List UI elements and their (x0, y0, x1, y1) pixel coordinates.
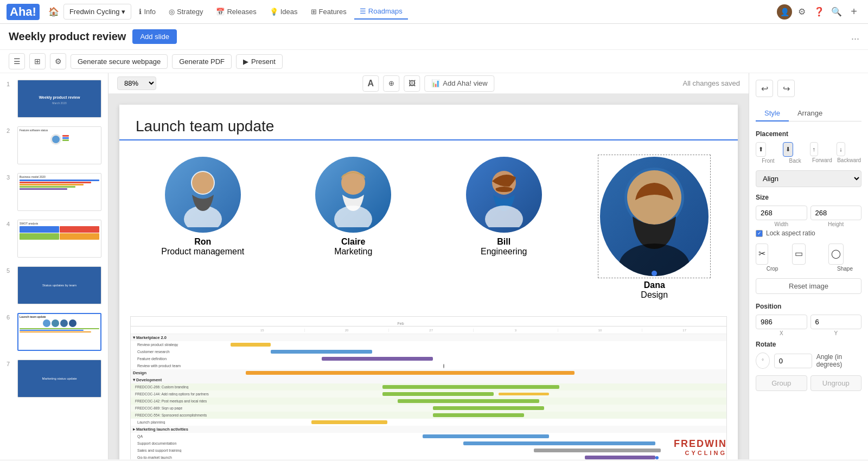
rotate-controls: ° Angle (in degrees) (756, 353, 861, 369)
strategy-icon: ◎ (169, 8, 175, 16)
size-section-label: Size (756, 194, 861, 201)
member-name-bill: Bill Engineering (481, 237, 527, 257)
nav-features[interactable]: ⊞ Features (305, 4, 352, 19)
member-name-dana: Dana Design (641, 280, 668, 300)
present-button[interactable]: ▶ Present (236, 54, 283, 69)
gantt-row-marketing-header: ▸ Marketing launch activities (131, 426, 726, 433)
pos-x-input[interactable] (756, 315, 807, 329)
list-view-button[interactable]: ☰ (9, 53, 25, 69)
slide-thumb-5[interactable]: 5 Status updates by team (4, 264, 104, 306)
app-logo[interactable]: Aha! (7, 4, 40, 20)
gantt-row-dev2: FREDCOC-144: Add rating options for part… (131, 390, 726, 398)
image-tool-button[interactable]: 🖼 (404, 75, 420, 92)
more-options-button[interactable]: ... (851, 31, 859, 42)
embed-tool-button[interactable]: ⊕ (383, 75, 399, 92)
info-icon: ℹ (139, 8, 142, 16)
gantt-row-dev4: FREDCOC-889: Sign up page (131, 405, 726, 412)
rotate-section-label: Rotate (756, 341, 861, 348)
gantt-row-gtm: Go-to-market launch (131, 454, 726, 459)
placement-forward-button[interactable]: ↑ (810, 142, 819, 156)
reset-image-button[interactable]: Reset image (756, 278, 861, 294)
pos-y-input[interactable] (810, 315, 862, 329)
height-input[interactable] (810, 206, 862, 220)
avatar-bill (466, 157, 542, 233)
slide-preview-3: Business model 2020 (17, 173, 101, 211)
home-icon[interactable]: 🏠 (46, 4, 61, 20)
undo-button[interactable]: ↩ (756, 80, 773, 97)
gantt-row-3: Feature definition (131, 355, 726, 362)
slide-thumb-6[interactable]: 6 Launch team update (4, 311, 104, 353)
zoom-tools: A ⊕ 🖼 📊 Add Aha! view (362, 75, 494, 92)
add-slide-button[interactable]: Add slide (132, 29, 176, 44)
team-grid: Ron Product management (119, 140, 738, 316)
text-tool-button[interactable]: A (362, 75, 379, 92)
tab-style[interactable]: Style (756, 106, 789, 121)
tab-arrange[interactable]: Arrange (789, 106, 831, 121)
placement-back-button[interactable]: ⬇ (783, 142, 793, 157)
project-dropdown[interactable]: Fredwin Cycling ▾ (63, 4, 131, 20)
nav-releases[interactable]: 📅 Releases (210, 4, 261, 19)
rotate-circle: ° (756, 353, 770, 369)
fredwin-text: FREDWIN (674, 438, 727, 450)
roadmaps-icon: ☰ (360, 7, 366, 15)
team-member-bill: Bill Engineering (431, 157, 577, 300)
nav-roadmaps[interactable]: ☰ Roadmaps (354, 4, 408, 20)
team-member-dana: Dana Design (582, 157, 727, 300)
ungroup-button[interactable]: Ungroup (810, 375, 862, 391)
slide-preview-7: Marketing status update (17, 360, 101, 398)
add-aha-view-button[interactable]: 📊 Add Aha! view (424, 75, 494, 92)
placement-front-button[interactable]: ⬆ (756, 142, 766, 157)
user-avatar[interactable]: 👤 (777, 4, 792, 20)
add-icon[interactable]: + (846, 4, 861, 20)
main-layout: 1 Weekly product review March 2020 2 Fea… (0, 73, 868, 459)
slide-thumb-2[interactable]: 2 Feature software status (4, 124, 104, 167)
gantt-row-design-header: Design (131, 369, 726, 376)
redo-button[interactable]: ↪ (777, 80, 795, 97)
grid-view-button[interactable]: ⊞ (29, 53, 46, 69)
slide-thumb-7[interactable]: 7 Marketing status update (4, 357, 104, 400)
position-inputs: X Y (756, 315, 861, 336)
rotate-input[interactable] (774, 354, 812, 368)
circle-icon: ◯ (831, 248, 841, 259)
svg-point-4 (334, 206, 372, 227)
shape-rect-button[interactable]: ▭ (792, 244, 806, 265)
changes-saved-status: All changes saved (682, 79, 740, 87)
nav-ideas[interactable]: 💡 Ideas (264, 4, 303, 19)
page-header: Weekly product review Add slide ... (0, 24, 868, 50)
rect-icon: ▭ (795, 248, 803, 259)
slide-thumb-3[interactable]: 3 Business model 2020 (4, 171, 104, 213)
position-section-label: Position (756, 303, 861, 310)
settings-toolbar-button[interactable]: ⚙ (50, 53, 66, 69)
nav-info[interactable]: ℹ Info (133, 4, 161, 19)
settings-icon[interactable]: ⚙ (794, 4, 809, 20)
ideas-icon: 💡 (270, 8, 278, 16)
search-icon[interactable]: 🔍 (829, 4, 844, 20)
canvas-area: Launch team update (108, 94, 749, 459)
svg-point-6 (485, 206, 523, 227)
chevron-down-icon: ▾ (122, 8, 125, 16)
gantt-row-1: Review product strategy (131, 341, 726, 348)
team-member-ron: Ron Product management (130, 157, 276, 300)
zoom-toolbar: 88% 100% 75% 50% A ⊕ 🖼 📊 Add Aha! view A… (108, 73, 749, 94)
gantt-row-support-doc: Support documentation (131, 440, 726, 447)
slide-thumb-1[interactable]: 1 Weekly product review March 2020 (4, 78, 104, 120)
group-button[interactable]: Group (756, 375, 807, 391)
slide-preview-1: Weekly product review March 2020 (17, 80, 101, 118)
member-name-ron: Ron Product management (161, 237, 244, 257)
gantt-row-dev3: FREDCOC-142: Post meetups and local ride… (131, 398, 726, 405)
lock-aspect-checkbox[interactable]: ✓ (756, 230, 763, 237)
width-input[interactable] (756, 206, 807, 220)
crop-icon: ✂ (758, 248, 765, 259)
generate-pdf-button[interactable]: Generate PDF (172, 54, 232, 69)
zoom-select[interactable]: 88% 100% 75% 50% (117, 76, 156, 90)
nav-strategy[interactable]: ◎ Strategy (163, 4, 208, 19)
avatar-ron (165, 157, 241, 233)
gantt-row-4: Review with product team (131, 362, 726, 369)
generate-webpage-button[interactable]: Generate secure webpage (71, 54, 168, 69)
help-icon[interactable]: ❓ (812, 4, 827, 20)
align-select[interactable]: Align (756, 170, 861, 187)
slide-thumb-4[interactable]: 4 SWOT analysis (4, 217, 104, 260)
crop-button[interactable]: ✂ (756, 244, 768, 265)
shape-circle-button[interactable]: ◯ (828, 244, 844, 265)
placement-backward-button[interactable]: ↓ (837, 142, 845, 156)
